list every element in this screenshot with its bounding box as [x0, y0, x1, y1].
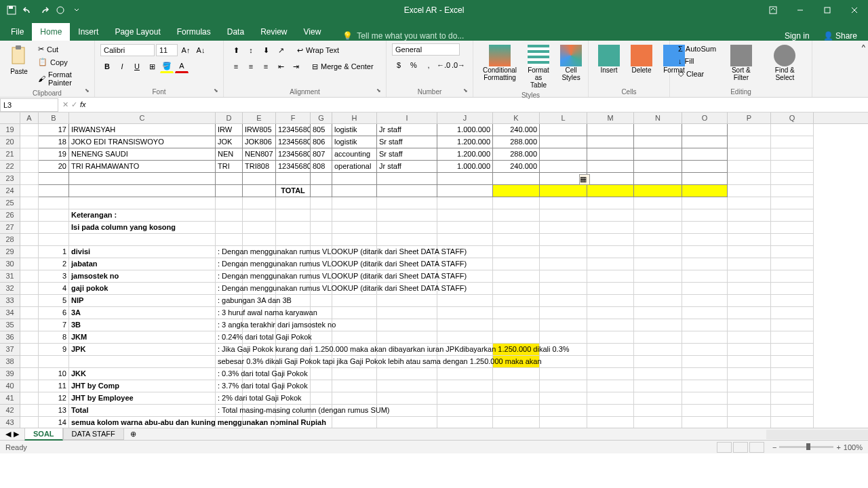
row-header-38[interactable]: 38 [0, 356, 20, 368]
sheet-nav-prev-icon[interactable]: ◀ [5, 430, 11, 439]
row-header-25[interactable]: 25 [0, 197, 20, 209]
align-bottom-icon[interactable]: ⬇ [259, 43, 273, 57]
cut-button[interactable]: ✂Cut [35, 43, 89, 55]
cell[interactable]: 18 [39, 136, 69, 148]
cell[interactable]: 240.000 [493, 161, 540, 173]
cell[interactable]: logistik [332, 136, 377, 148]
tab-home[interactable]: Home [32, 23, 70, 41]
cell[interactable]: NEN [216, 148, 243, 161]
cell[interactable]: 17 [39, 124, 69, 136]
increase-indent-icon[interactable]: ⇥ [289, 60, 302, 73]
delete-cells-button[interactable]: Delete [627, 43, 656, 75]
cell[interactable]: JOKO EDI TRANSISWOYO [69, 136, 216, 148]
underline-button[interactable]: U [130, 60, 144, 73]
cell[interactable] [587, 161, 634, 173]
sort-filter-button[interactable]: Sort & Filter [722, 43, 761, 83]
zoom-level[interactable]: 100% [844, 443, 863, 451]
italic-button[interactable]: I [115, 60, 129, 73]
cell[interactable] [634, 161, 682, 173]
fill-button[interactable]: ↓Fill [675, 56, 719, 66]
ribbon-display-icon[interactable] [760, 0, 787, 20]
cell[interactable] [771, 161, 814, 173]
save-icon[interactable] [5, 4, 18, 16]
align-right-icon[interactable]: ≡ [259, 60, 273, 73]
cell[interactable]: accounting [332, 148, 377, 161]
maximize-icon[interactable] [814, 0, 841, 20]
row-header-26[interactable]: 26 [0, 209, 20, 222]
font-color-button[interactable]: A [175, 60, 189, 73]
select-all-corner[interactable] [0, 113, 20, 123]
cell[interactable]: IRWANSYAH [69, 124, 216, 136]
col-header-G[interactable]: G [311, 113, 332, 123]
row-header-40[interactable]: 40 [0, 380, 20, 392]
align-top-icon[interactable]: ⬆ [229, 43, 243, 57]
row-header-35[interactable]: 35 [0, 319, 20, 331]
sheet-tab-data-staff[interactable]: DATA STAFF [63, 428, 124, 440]
row-header-32[interactable]: 32 [0, 283, 20, 295]
cell[interactable]: 1.000.000 [437, 124, 493, 136]
format-as-table-button[interactable]: Format as Table [524, 43, 553, 90]
col-header-I[interactable]: I [377, 113, 437, 123]
cell[interactable]: 123456805 [276, 124, 311, 136]
row-header-37[interactable]: 37 [0, 344, 20, 356]
qat-dropdown-icon[interactable] [71, 4, 83, 16]
cell[interactable] [634, 124, 682, 136]
col-header-N[interactable]: N [634, 113, 682, 123]
cell[interactable] [728, 161, 771, 173]
signin-link[interactable]: Sign in [785, 31, 810, 41]
tell-me-search[interactable]: 💡 Tell me what you want to do... [342, 31, 464, 41]
cell[interactable]: 1.000.000 [437, 161, 493, 173]
cell[interactable] [728, 124, 771, 136]
col-header-D[interactable]: D [216, 113, 243, 123]
col-header-B[interactable]: B [39, 113, 69, 123]
autosum-button[interactable]: ΣAutoSum [675, 43, 719, 54]
collapse-ribbon-icon[interactable]: ^ [859, 41, 868, 97]
normal-view-icon[interactable] [717, 442, 732, 453]
clipboard-dialog-launcher[interactable]: ⬊ [85, 87, 93, 96]
accounting-format-icon[interactable]: $ [392, 58, 406, 72]
cell[interactable]: 123456806 [276, 136, 311, 148]
col-header-F[interactable]: F [276, 113, 311, 123]
col-header-P[interactable]: P [728, 113, 771, 123]
cell[interactable] [682, 136, 728, 148]
cell[interactable]: Sr staff [377, 148, 437, 161]
align-center-icon[interactable]: ≡ [244, 60, 258, 73]
tab-view[interactable]: View [296, 23, 330, 41]
col-header-H[interactable]: H [332, 113, 377, 123]
increase-decimal-icon[interactable]: ←.0 [437, 58, 450, 72]
comma-format-icon[interactable]: , [422, 58, 435, 72]
tab-review[interactable]: Review [252, 23, 295, 41]
page-layout-view-icon[interactable] [733, 442, 748, 453]
cell[interactable] [20, 148, 39, 161]
format-painter-button[interactable]: 🖌Format Painter [35, 69, 89, 88]
cell[interactable] [771, 148, 814, 161]
cell[interactable]: 807 [311, 148, 332, 161]
zoom-in-icon[interactable]: + [836, 443, 840, 451]
row-header-39[interactable]: 39 [0, 368, 20, 380]
sheet-nav-next-icon[interactable]: ▶ [14, 430, 19, 439]
col-header-E[interactable]: E [243, 113, 276, 123]
row-header-30[interactable]: 30 [0, 258, 20, 270]
row-header-28[interactable]: 28 [0, 234, 20, 246]
cell[interactable] [540, 161, 587, 173]
bold-button[interactable]: B [100, 60, 114, 73]
name-box[interactable] [0, 98, 58, 112]
decrease-decimal-icon[interactable]: .0→ [452, 58, 465, 72]
cell[interactable]: 805 [311, 124, 332, 136]
cell[interactable]: 240.000 [493, 124, 540, 136]
row-header-19[interactable]: 19 [0, 124, 20, 136]
row-header-24[interactable]: 24 [0, 185, 20, 197]
tab-insert[interactable]: Insert [70, 23, 106, 41]
enter-formula-icon[interactable]: ✓ [71, 100, 77, 109]
decrease-indent-icon[interactable]: ⇤ [274, 60, 288, 73]
row-header-33[interactable]: 33 [0, 295, 20, 307]
cell[interactable] [587, 136, 634, 148]
row-header-22[interactable]: 22 [0, 161, 20, 173]
border-button[interactable]: ⊞ [145, 60, 159, 73]
cell[interactable]: NENENG SAUDI [69, 148, 216, 161]
autofill-options-icon[interactable]: ▦ [579, 174, 590, 185]
orientation-icon[interactable]: ↗ [274, 43, 288, 57]
cell[interactable]: JOK806 [243, 136, 276, 148]
alignment-dialog-launcher[interactable]: ⬊ [376, 87, 384, 96]
row-header-31[interactable]: 31 [0, 270, 20, 283]
